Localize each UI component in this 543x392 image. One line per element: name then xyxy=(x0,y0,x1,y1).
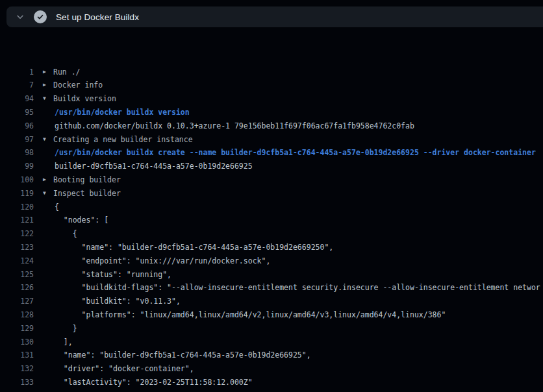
line-number[interactable]: 120 xyxy=(0,201,34,214)
command-text: /usr/bin/docker buildx version xyxy=(43,106,190,119)
line-number[interactable]: 134 xyxy=(0,389,34,392)
log-line: 127 "buildkit": "v0.11.3", xyxy=(0,295,543,308)
output-text: "lastActivity": "2023-02-25T11:58:12.000… xyxy=(43,376,253,389)
line-number[interactable]: 132 xyxy=(0,362,34,376)
line-number[interactable]: 1 xyxy=(0,66,34,79)
log-line: 128 "platforms": "linux/amd64,linux/amd6… xyxy=(0,308,543,322)
triangle-expanded-icon[interactable]: ▼ xyxy=(43,92,53,106)
line-number[interactable]: 7 xyxy=(0,79,34,92)
group-title[interactable]: Docker info xyxy=(53,79,103,92)
log-line: 123 "name": "builder-d9cfb5a1-c764-445a-… xyxy=(0,241,543,254)
step-title: Set up Docker Buildx xyxy=(56,12,139,22)
output-text: "status": "running", xyxy=(43,268,171,282)
line-number[interactable]: 97 xyxy=(0,133,34,147)
log-line: 94 ▼ Buildx version xyxy=(0,92,543,106)
log-line: 130 ], xyxy=(0,336,543,349)
output-text: "platforms": "linux/amd64,linux/amd64/v2… xyxy=(43,308,446,322)
line-number[interactable]: 96 xyxy=(0,119,34,133)
log-line: 124 "endpoint": "unix:///var/run/docker.… xyxy=(0,254,543,268)
output-text: "endpoint": "unix:///var/run/docker.sock… xyxy=(43,254,270,268)
triangle-collapsed-icon[interactable]: ▶ xyxy=(43,66,53,79)
output-text: "name": "builder-d9cfb5a1-c764-445a-a57e… xyxy=(43,241,333,254)
log-line: 133 "lastActivity": "2023-02-25T11:58:12… xyxy=(0,376,543,389)
line-number[interactable]: 94 xyxy=(0,92,34,106)
log-line: 126 "buildkitd-flags": "--allow-insecure… xyxy=(0,281,543,295)
group-title[interactable]: Buildx version xyxy=(53,92,116,106)
output-text: "driver": "docker-container", xyxy=(43,362,194,376)
line-number[interactable]: 129 xyxy=(0,322,34,336)
chevron-down-icon[interactable] xyxy=(15,12,25,22)
output-text: { xyxy=(43,201,59,214)
log-line: 99 builder-d9cfb5a1-c764-445a-a57e-0b19d… xyxy=(0,160,543,173)
output-text: } xyxy=(43,389,59,392)
line-number[interactable]: 122 xyxy=(0,227,34,241)
line-number[interactable]: 131 xyxy=(0,349,34,362)
triangle-expanded-icon[interactable]: ▼ xyxy=(43,187,53,201)
log-line: 119 ▼ Inspect builder xyxy=(0,187,543,201)
log-line: 129 } xyxy=(0,322,543,336)
output-text: "nodes": [ xyxy=(43,214,108,227)
step-header[interactable]: Set up Docker Buildx xyxy=(6,6,543,27)
line-number[interactable]: 100 xyxy=(0,173,34,187)
line-number[interactable]: 121 xyxy=(0,214,34,227)
triangle-expanded-icon[interactable]: ▼ xyxy=(43,133,53,147)
log-line: 97 ▼ Creating a new builder instance xyxy=(0,133,543,147)
log-line: 100 ▶ Booting builder xyxy=(0,173,543,187)
log-line: 125 "status": "running", xyxy=(0,268,543,282)
command-text: /usr/bin/docker buildx create --name bui… xyxy=(43,146,536,160)
triangle-collapsed-icon[interactable]: ▶ xyxy=(43,79,53,92)
output-text: "name": "builder-d9cfb5a1-c764-445a-a57e… xyxy=(43,349,311,362)
output-text: } xyxy=(43,322,77,336)
log-line: 122 { xyxy=(0,227,543,241)
output-text: "buildkit": "v0.11.3", xyxy=(43,295,181,308)
log-line: 95 /usr/bin/docker buildx version xyxy=(0,106,543,119)
check-circle-icon xyxy=(34,10,47,23)
log-lines: 1 ▶ Run ./ 7 ▶ Docker info 94 ▼ Buildx v… xyxy=(0,66,543,392)
line-number[interactable]: 99 xyxy=(0,160,34,173)
line-number[interactable]: 133 xyxy=(0,376,34,389)
triangle-collapsed-icon[interactable]: ▶ xyxy=(43,173,53,187)
log-line: 131 "name": "builder-d9cfb5a1-c764-445a-… xyxy=(0,349,543,362)
log-line: 1 ▶ Run ./ xyxy=(0,66,543,79)
log-line: 121 "nodes": [ xyxy=(0,214,543,227)
group-title[interactable]: Creating a new builder instance xyxy=(53,133,193,147)
line-number[interactable]: 125 xyxy=(0,268,34,282)
log-line: 96 github.com/docker/buildx 0.10.3+azure… xyxy=(0,119,543,133)
group-title[interactable]: Booting builder xyxy=(53,173,121,187)
line-number[interactable]: 126 xyxy=(0,281,34,295)
line-number[interactable]: 119 xyxy=(0,187,34,201)
log-view: 1 ▶ Run ./ 7 ▶ Docker info 94 ▼ Buildx v… xyxy=(0,38,543,392)
log-line: 132 "driver": "docker-container", xyxy=(0,362,543,376)
output-text: builder-d9cfb5a1-c764-445a-a57e-0b19d2e6… xyxy=(43,160,253,173)
output-text: ], xyxy=(43,336,73,349)
line-number[interactable]: 98 xyxy=(0,146,34,160)
line-number[interactable]: 130 xyxy=(0,336,34,349)
output-text: { xyxy=(43,227,77,241)
line-number[interactable]: 128 xyxy=(0,308,34,322)
output-text: github.com/docker/buildx 0.10.3+azure-1 … xyxy=(43,119,414,133)
log-line: 98 /usr/bin/docker buildx create --name … xyxy=(0,146,543,160)
output-text: "buildkitd-flags": "--allow-insecure-ent… xyxy=(43,281,540,295)
log-line: 134 } xyxy=(0,389,543,392)
line-number[interactable]: 124 xyxy=(0,254,34,268)
log-line: 7 ▶ Docker info xyxy=(0,79,543,92)
log-line: 120 { xyxy=(0,201,543,214)
line-number[interactable]: 123 xyxy=(0,241,34,254)
line-number[interactable]: 127 xyxy=(0,295,34,308)
group-title[interactable]: Inspect builder xyxy=(53,187,121,201)
group-title[interactable]: Run ./ xyxy=(53,66,81,79)
line-number[interactable]: 95 xyxy=(0,106,34,119)
